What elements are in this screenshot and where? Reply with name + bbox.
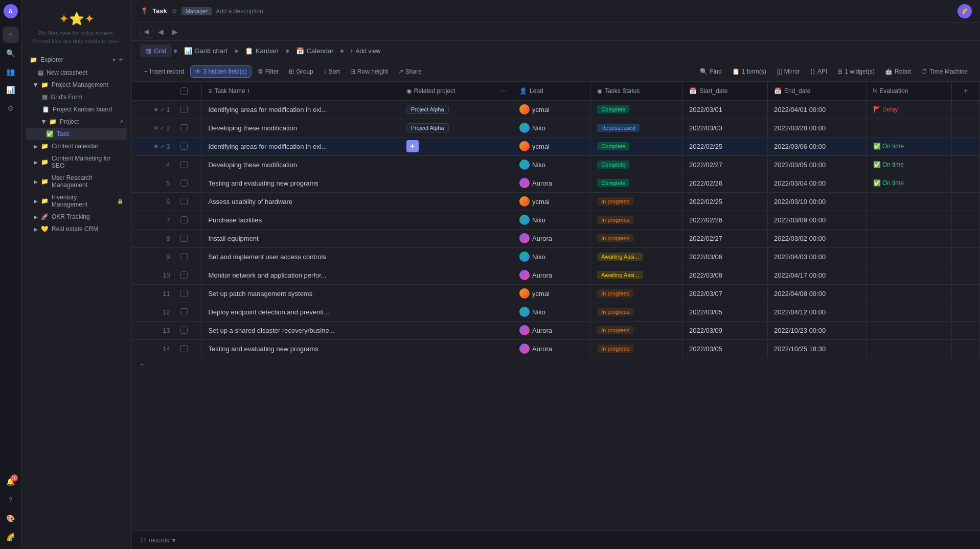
th-lead[interactable]: 👤 Lead [513, 82, 591, 100]
widget-icon: ⊞ [837, 68, 842, 75]
sidebar-item-content-marketing[interactable]: ▶ 📁 Content Marketing for SEO [26, 152, 127, 172]
expand-icon[interactable]: ⤢ [160, 144, 164, 149]
star-icon-topbar[interactable]: ☆ [171, 7, 177, 15]
home-icon[interactable]: ⌂ [3, 27, 19, 43]
notification-icon[interactable]: 🔔 10 [3, 473, 19, 490]
row-checkbox[interactable] [180, 179, 188, 187]
row-checkbox[interactable] [180, 143, 188, 150]
lead-avatar [519, 196, 530, 207]
add-col-icon[interactable]: + [963, 86, 968, 96]
form-btn[interactable]: 📋 1 form(s) [728, 66, 770, 77]
row-checkbox[interactable] [180, 124, 188, 131]
sidebar-item-task[interactable]: ✅ Task [26, 128, 127, 140]
row-checkbox[interactable] [180, 106, 188, 113]
row-checkbox[interactable] [180, 198, 188, 205]
row-checkbox[interactable] [180, 235, 188, 242]
api-btn[interactable]: ⟨⟩ API [806, 66, 831, 77]
nav-back-btn[interactable]: ◀ [154, 26, 167, 38]
status-badge: In progress [597, 345, 633, 353]
sidebar-item-okr[interactable]: ▶ 🚀 OKR Tracking [26, 211, 127, 223]
empty-cell [951, 211, 979, 229]
explorer-add-icon[interactable]: + [119, 55, 123, 64]
row-height-btn[interactable]: ⊟ Row height [346, 66, 392, 77]
explorer-header[interactable]: 📁 Explorer ▾ + [26, 53, 127, 66]
th-related-project[interactable]: ◉ Related project ⋯ [400, 82, 513, 100]
row-checkbox[interactable] [180, 216, 188, 223]
widget-btn[interactable]: ⊞ 1 widget(s) [833, 66, 879, 77]
end-date-value: 2022/03/04 00:00 [774, 179, 826, 187]
insert-record-btn[interactable]: + Insert record [140, 66, 188, 77]
add-view-btn[interactable]: + Add view [346, 45, 384, 57]
find-btn[interactable]: 🔍 Find [696, 66, 725, 77]
lead-cell: Niko [513, 247, 591, 266]
collapse-sidebar-btn[interactable]: ◀ [140, 26, 152, 38]
graph-icon[interactable]: 📊 [3, 82, 19, 98]
end-date-value: 2022/03/28 00:00 [774, 124, 826, 132]
sidebar-item-project-management[interactable]: ▶ 📁 Project Management [26, 79, 127, 91]
help-icon[interactable]: ? [3, 492, 19, 508]
tab-gantt[interactable]: 📊 Gantt chart [179, 44, 233, 57]
sidebar-item-content-calendar[interactable]: ▶ 📁 Content calendar [26, 140, 127, 152]
tab-calendar[interactable]: 📅 Calendar [291, 44, 339, 57]
sidebar-item-user-research[interactable]: ▶ 📁 User Research Management [26, 172, 127, 191]
profile-icon[interactable]: 🌈 [3, 529, 19, 545]
user-avatar[interactable]: 🌈 [958, 4, 972, 18]
th-end-date[interactable]: 📅 End_date [767, 82, 867, 100]
form-count-label: 1 form(s) [742, 68, 766, 75]
th-task-name[interactable]: ≡ Task Name ℹ [202, 82, 400, 100]
lock-icon: 🔒 [117, 198, 123, 204]
project-cell [400, 174, 513, 192]
app-avatar[interactable]: A [4, 4, 18, 18]
lead-name: ycmai [532, 106, 550, 113]
row-checkbox[interactable] [180, 271, 188, 279]
theme-icon[interactable]: 🎨 [3, 510, 19, 527]
sidebar-item-project-folder[interactable]: ▶ 📁 Project ↗ [26, 116, 127, 128]
time-machine-btn[interactable]: ⏱ Time Machine [917, 66, 972, 77]
sidebar-item-grids-form[interactable]: ▦ Grid's Form [26, 91, 127, 103]
header-checkbox[interactable] [180, 87, 188, 95]
tab-kanban[interactable]: 📋 Kanban [240, 44, 284, 57]
move-icon[interactable]: ✥ [154, 125, 158, 131]
row-checkbox[interactable] [180, 308, 188, 315]
sidebar-item-kanban-board[interactable]: 📋 Project Kanban board [26, 103, 127, 116]
row-checkbox[interactable] [180, 327, 188, 334]
nav-forward-btn[interactable]: ▶ [169, 26, 181, 38]
group-btn[interactable]: ⊞ Group [285, 66, 317, 77]
expand-icon[interactable]: ⤢ [160, 107, 164, 112]
add-project-btn[interactable]: + [406, 140, 419, 152]
tab-grid[interactable]: ▦ Grid [140, 44, 172, 57]
sidebar-item-new-datasheet[interactable]: ▦ New datasheet [26, 66, 127, 79]
row-checkbox[interactable] [180, 161, 188, 168]
th-start-date[interactable]: 📅 Start_date [682, 82, 767, 100]
robot-btn[interactable]: 🤖 Robot [881, 66, 915, 77]
sidebar-item-real-estate[interactable]: ▶ 💛 Real estate CRM [26, 223, 127, 235]
empty-cell [951, 192, 979, 211]
add-view-icon: + [350, 48, 353, 55]
sort-btn[interactable]: ↕ Sort [320, 66, 344, 77]
th-evaluation[interactable]: fx Evaluation [867, 82, 951, 100]
add-row-btn[interactable]: + [132, 358, 980, 372]
proj-col-menu[interactable]: ⋯ [500, 87, 507, 95]
search-icon[interactable]: 🔍 [3, 45, 19, 61]
th-tasks-status[interactable]: ◉ Tasks Status [591, 82, 683, 100]
hidden-fields-btn[interactable]: 👁 3 hidden field(s) [190, 65, 251, 78]
add-description[interactable]: Add a description [216, 8, 263, 15]
move-icon[interactable]: ✥ [154, 144, 158, 149]
th-add-col[interactable]: + [951, 82, 979, 100]
sidebar-item-inventory-management[interactable]: ▶ 📁 Inventory Management 🔒 [26, 191, 127, 211]
row-checkbox[interactable] [180, 253, 188, 260]
record-count[interactable]: 14 records ▼ [140, 537, 177, 544]
share-btn[interactable]: ↗ Share [394, 66, 426, 77]
eval-cell [867, 266, 951, 284]
project-cell [400, 211, 513, 229]
move-icon[interactable]: ✥ [154, 107, 158, 112]
row-checkbox[interactable] [180, 345, 188, 352]
mirror-btn[interactable]: ◫ Mirror [772, 66, 804, 77]
lead-cell: Aurora [513, 174, 591, 192]
settings-icon[interactable]: ⚙ [3, 100, 19, 117]
start-date-cell: 2022/02/25 [682, 192, 767, 211]
expand-icon[interactable]: ⤢ [160, 125, 164, 131]
row-checkbox[interactable] [180, 290, 188, 297]
users-icon[interactable]: 👥 [3, 63, 19, 80]
filter-btn[interactable]: ⚙ Filter [254, 66, 283, 77]
